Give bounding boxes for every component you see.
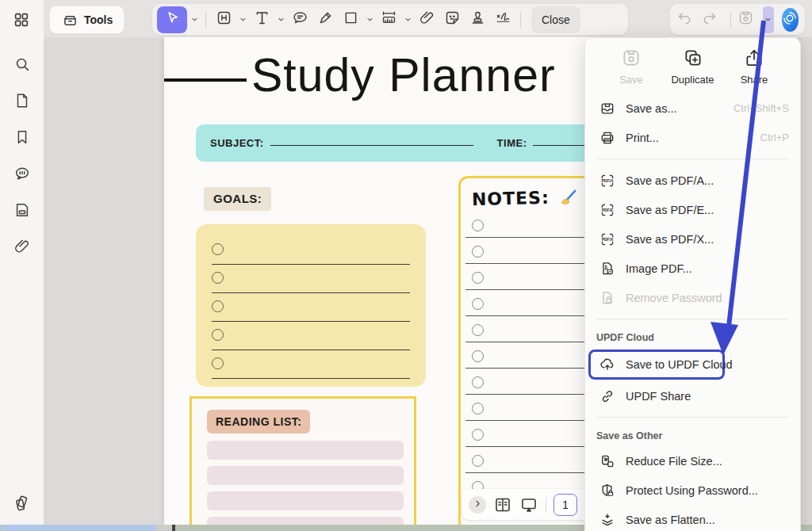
menu-item-save-as-pdf-e[interactable]: PDF/ESave as PDF/E... <box>585 195 800 224</box>
top-toolbar: Tools Close <box>0 0 812 37</box>
reading-row <box>207 517 404 525</box>
measure-icon <box>381 10 397 29</box>
menu-item-save-as[interactable]: Save as...Ctrl+Shift+S <box>585 94 800 123</box>
stamp-icon <box>469 10 486 29</box>
menu-item-save-as-pdf-a[interactable]: PDF/ASave as PDF/A... <box>585 166 800 195</box>
menu-item-list: Save as...Ctrl+Shift+SPrint...Ctrl+PPDF/… <box>585 94 800 531</box>
menu-item-updf-share[interactable]: UPDF Share <box>585 381 800 411</box>
filecard-icon <box>13 208 31 221</box>
cursor-icon <box>164 10 181 29</box>
presentation-button[interactable] <box>519 495 538 514</box>
goals-label-badge: GOALS: <box>204 187 271 211</box>
sidebar-item-thumbnails[interactable] <box>13 92 31 109</box>
text-tool-button[interactable] <box>250 8 274 32</box>
tools-button[interactable]: Tools <box>49 6 124 34</box>
menu-item-protect-using-password[interactable]: Protect Using Password... <box>585 476 800 505</box>
time-label: TIME: <box>497 137 527 149</box>
notes-label: NOTES: <box>472 187 550 209</box>
header-tool-chevron[interactable] <box>237 8 248 32</box>
menu-quick-share[interactable]: Share <box>726 48 783 86</box>
attachment-tool-button[interactable] <box>415 8 439 32</box>
pdfe-icon: PDF/E <box>599 202 615 218</box>
menu-item-image-pdf[interactable]: Image PDF... <box>585 254 800 283</box>
chat-icon <box>13 171 31 185</box>
subject-line <box>270 145 473 146</box>
save-options-chevron[interactable] <box>763 6 774 33</box>
menu-quick-duplicate[interactable]: Duplicate <box>665 48 722 86</box>
sidebar-item-comments[interactable] <box>13 165 31 182</box>
header-tool-button[interactable] <box>212 8 236 32</box>
reading-row <box>207 466 404 485</box>
select-tool-chevron[interactable] <box>189 8 200 32</box>
measure-tool-chevron[interactable] <box>402 8 413 32</box>
comment-icon <box>292 10 308 29</box>
page-layout-button[interactable] <box>493 495 512 514</box>
menu-item-reduce-file-size[interactable]: Reduce File Size... <box>585 446 800 476</box>
text-tool-chevron[interactable] <box>275 8 286 32</box>
tools-button-label: Tools <box>84 13 113 26</box>
remove-password-icon <box>599 290 615 306</box>
menu-divider <box>596 417 789 418</box>
reading-list-box: READING LIST: <box>190 396 416 525</box>
goals-card <box>196 224 426 387</box>
sticker-icon <box>444 10 461 29</box>
expand-controls-button[interactable] <box>469 496 486 514</box>
title-decorative-line <box>164 78 247 82</box>
redo-button[interactable] <box>701 8 718 32</box>
reading-list-label: READING LIST: <box>216 415 301 428</box>
save-button[interactable] <box>737 8 754 32</box>
menu-item-save-to-updf-cloud[interactable]: Save to UPDF Cloud <box>591 352 722 377</box>
menu-item-save-as-flatten[interactable]: Save as Flatten... <box>585 505 800 531</box>
menu-section-label: Save as Other <box>585 424 800 446</box>
sidebar-item-bookmarks[interactable] <box>13 128 31 146</box>
menu-item-print[interactable]: Print...Ctrl+P <box>585 123 800 152</box>
save-icon <box>737 10 754 29</box>
updf-ai-logo[interactable] <box>782 8 799 32</box>
reading-row <box>207 491 404 510</box>
pdfx-icon: PDF/X <box>599 231 615 247</box>
sidebar-item-search[interactable] <box>13 55 31 73</box>
svg-text:PDF/A: PDF/A <box>602 178 614 183</box>
sticker-tool-button[interactable] <box>440 8 464 32</box>
menu-item-save-as-pdf-x[interactable]: PDF/XSave as PDF/X... <box>585 224 800 254</box>
undo-icon <box>676 10 693 29</box>
svg-text:PDF/X: PDF/X <box>602 237 614 242</box>
signature-icon <box>495 10 511 29</box>
shape-tool-button[interactable] <box>339 8 362 32</box>
close-button[interactable]: Close <box>531 6 580 33</box>
left-sidebar <box>0 0 44 525</box>
sidebar-item-attachments[interactable] <box>13 201 31 219</box>
shape-tool-chevron[interactable] <box>364 8 375 32</box>
signature-tool-button[interactable] <box>491 8 515 32</box>
history-save-group <box>670 4 805 35</box>
redo-icon <box>701 10 718 29</box>
menu-divider <box>596 319 789 319</box>
save-icon <box>621 48 642 68</box>
document-title: Study Planner <box>251 48 556 102</box>
highlighter-tool-button[interactable] <box>313 8 337 32</box>
menu-quick-save: Save <box>603 48 660 86</box>
comment-tool-button[interactable] <box>288 8 312 32</box>
cloud-upload-icon <box>599 357 615 372</box>
goals-row <box>212 329 410 357</box>
page-icon <box>13 98 31 112</box>
subject-label: SUBJECT: <box>210 137 264 149</box>
goals-row <box>212 243 410 272</box>
sidebar-item-clip[interactable] <box>13 238 31 255</box>
highlighter-icon <box>317 10 334 29</box>
page-number-input[interactable] <box>553 494 577 516</box>
subject-banner: SUBJECT: TIME: <box>196 124 624 162</box>
measure-tool-button[interactable] <box>377 8 400 32</box>
app-menu-button[interactable] <box>13 11 30 29</box>
pdfa-icon: PDF/A <box>599 173 615 189</box>
goals-row <box>212 300 410 329</box>
tool-group: Close <box>152 4 628 35</box>
save-as-icon <box>599 101 615 117</box>
sidebar-item-templates[interactable] <box>13 494 31 512</box>
reduce-size-icon <box>599 453 615 469</box>
select-tool-button[interactable] <box>157 6 187 33</box>
header-icon <box>216 10 232 29</box>
undo-button[interactable] <box>676 8 693 32</box>
stamp-tool-button[interactable] <box>465 8 489 32</box>
updf-app-window: Study Planner SUBJECT: TIME: GOALS: READ… <box>0 0 812 531</box>
